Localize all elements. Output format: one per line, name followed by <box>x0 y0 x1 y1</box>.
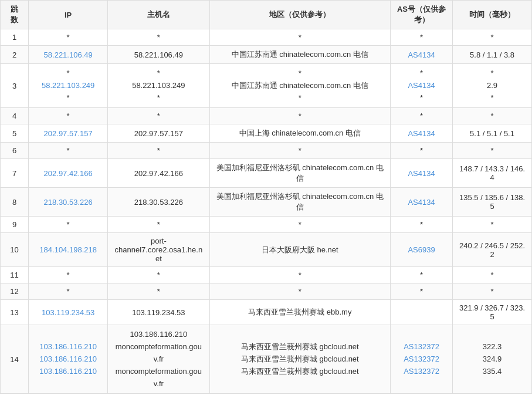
cell-hop: 3 <box>1 64 29 108</box>
cell-region: * <box>209 217 390 233</box>
cell-ip[interactable]: 202.97.42.166 <box>29 159 108 188</box>
cell-as[interactable]: AS4134 <box>391 46 453 64</box>
cell-region: * <box>209 283 390 300</box>
cell-hostname: 103.119.234.53 <box>108 300 209 325</box>
cell-hostname: port-channel7.core2.osa1.he.net <box>108 233 209 267</box>
cell-region: 日本大阪府大阪 he.net <box>209 233 390 267</box>
cell-ip[interactable]: 103.119.234.53 <box>29 300 108 325</box>
cell-region: 美国加利福尼亚州洛杉矶 chinatelecom.com.cn 电信 <box>209 159 390 188</box>
cell-as[interactable]: AS132372AS132372AS132372 <box>391 325 453 394</box>
cell-hop: 9 <box>1 217 29 233</box>
cell-hostname: 218.30.53.226 <box>108 188 209 217</box>
cell-hostname: * <box>108 143 209 159</box>
cell-as <box>391 300 453 325</box>
cell-hop: 8 <box>1 188 29 217</box>
cell-hostname: * <box>108 283 209 300</box>
cell-hostname: *58.221.103.249* <box>108 64 209 108</box>
table-row: 6***** <box>1 143 532 159</box>
cell-hop: 6 <box>1 143 29 159</box>
cell-ip[interactable]: 58.221.106.49 <box>29 46 108 64</box>
table-row: 4***** <box>1 108 532 124</box>
cell-time: 5.8 / 1.1 / 3.8 <box>453 46 532 64</box>
cell-hop: 1 <box>1 29 29 46</box>
cell-time: 321.9 / 326.7 / 323.5 <box>453 300 532 325</box>
cell-as: * <box>391 283 453 300</box>
cell-hostname: * <box>108 267 209 283</box>
table-row: 10184.104.198.218port-channel7.core2.osa… <box>1 233 532 267</box>
table-row: 9***** <box>1 217 532 233</box>
cell-hop: 7 <box>1 159 29 188</box>
cell-hostname: 202.97.42.166 <box>108 159 209 188</box>
table-row: 258.221.106.4958.221.106.49中国江苏南通 chinat… <box>1 46 532 64</box>
cell-as: * <box>391 108 453 124</box>
cell-as: * <box>391 217 453 233</box>
table-row: 3*58.221.103.249**58.221.103.249**中国江苏南通… <box>1 64 532 108</box>
cell-hostname: 58.221.106.49 <box>108 46 209 64</box>
table-row: 8218.30.53.226218.30.53.226美国加利福尼亚州洛杉矶 c… <box>1 188 532 217</box>
table-row: 12***** <box>1 283 532 300</box>
cell-time: * <box>453 283 532 300</box>
header-ip: IP <box>29 1 108 29</box>
cell-as: * <box>391 143 453 159</box>
cell-hop: 14 <box>1 325 29 394</box>
cell-as: * <box>391 267 453 283</box>
cell-hop: 13 <box>1 300 29 325</box>
cell-as[interactable]: AS4134 <box>391 159 453 188</box>
cell-hop: 11 <box>1 267 29 283</box>
cell-hop: 2 <box>1 46 29 64</box>
cell-time: * <box>453 267 532 283</box>
cell-ip: * <box>29 108 108 124</box>
cell-as: * <box>391 29 453 46</box>
cell-ip[interactable]: 218.30.53.226 <box>29 188 108 217</box>
cell-ip[interactable]: 184.104.198.218 <box>29 233 108 267</box>
cell-ip[interactable]: 103.186.116.210103.186.116.210103.186.11… <box>29 325 108 394</box>
cell-as[interactable]: AS6939 <box>391 233 453 267</box>
cell-hostname: 103.186.116.210moncompteformation.gouv.f… <box>108 325 209 394</box>
cell-time: * <box>453 29 532 46</box>
table-header-row: 跳数 IP 主机名 地区（仅供参考） AS号（仅供参考） 时间（毫秒） <box>1 1 532 29</box>
table-row: 14103.186.116.210103.186.116.210103.186.… <box>1 325 532 394</box>
cell-ip: * <box>29 29 108 46</box>
table-row: 13103.119.234.53103.119.234.53马来西亚雪兰莪州赛城… <box>1 300 532 325</box>
cell-region: * <box>209 143 390 159</box>
cell-hostname: * <box>108 29 209 46</box>
header-time: 时间（毫秒） <box>453 1 532 29</box>
cell-hop: 12 <box>1 283 29 300</box>
cell-hostname: 202.97.57.157 <box>108 124 209 143</box>
cell-ip[interactable]: *58.221.103.249* <box>29 64 108 108</box>
cell-time: 240.2 / 246.5 / 252.2 <box>453 233 532 267</box>
cell-as[interactable]: AS4134 <box>391 124 453 143</box>
cell-hop: 4 <box>1 108 29 124</box>
traceroute-table: 跳数 IP 主机名 地区（仅供参考） AS号（仅供参考） 时间（毫秒） 1***… <box>0 0 532 394</box>
cell-ip: * <box>29 283 108 300</box>
cell-ip: * <box>29 217 108 233</box>
table-row: 11***** <box>1 267 532 283</box>
cell-time: * <box>453 217 532 233</box>
cell-as[interactable]: AS4134 <box>391 188 453 217</box>
cell-time: * <box>453 143 532 159</box>
cell-ip: * <box>29 267 108 283</box>
cell-hostname: * <box>108 108 209 124</box>
cell-ip[interactable]: 202.97.57.157 <box>29 124 108 143</box>
cell-region: 马来西亚雪兰莪州赛城 ebb.my <box>209 300 390 325</box>
header-hostname: 主机名 <box>108 1 209 29</box>
cell-region: * <box>209 108 390 124</box>
cell-hostname: * <box>108 217 209 233</box>
cell-region: 中国上海 chinatelecom.com.cn 电信 <box>209 124 390 143</box>
cell-region: 美国加利福尼亚州洛杉矶 chinatelecom.com.cn 电信 <box>209 188 390 217</box>
cell-time: 5.1 / 5.1 / 5.1 <box>453 124 532 143</box>
cell-time: 322.3324.9335.4 <box>453 325 532 394</box>
header-region: 地区（仅供参考） <box>209 1 390 29</box>
cell-as[interactable]: *AS4134* <box>391 64 453 108</box>
cell-region: * <box>209 29 390 46</box>
cell-region: 马来西亚雪兰莪州赛城 gbcloud.net马来西亚雪兰莪州赛城 gbcloud… <box>209 325 390 394</box>
header-as: AS号（仅供参考） <box>391 1 453 29</box>
header-hop: 跳数 <box>1 1 29 29</box>
cell-time: 148.7 / 143.3 / 146.4 <box>453 159 532 188</box>
cell-time: *2.9* <box>453 64 532 108</box>
cell-time: 135.5 / 135.6 / 138.5 <box>453 188 532 217</box>
table-row: 5202.97.57.157202.97.57.157中国上海 chinatel… <box>1 124 532 143</box>
cell-time: * <box>453 108 532 124</box>
table-row: 7202.97.42.166202.97.42.166美国加利福尼亚州洛杉矶 c… <box>1 159 532 188</box>
cell-region: 中国江苏南通 chinatelecom.com.cn 电信 <box>209 46 390 64</box>
